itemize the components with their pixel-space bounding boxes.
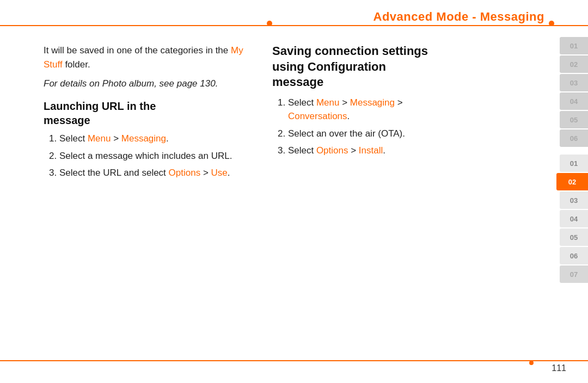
options-highlight: Options	[169, 168, 201, 178]
section2-steps: Select Menu > Messaging > Conversations.…	[272, 96, 512, 158]
messaging-highlight2: Messaging	[350, 97, 395, 108]
sidebar-item-01[interactable]: 01	[560, 155, 588, 172]
sidebar-item-03[interactable]: 03	[560, 192, 588, 209]
sidebar-item-04[interactable]: 04	[560, 210, 588, 227]
menu-highlight2: Menu	[316, 97, 340, 108]
use-highlight: Use	[211, 168, 228, 178]
page-number: 111	[552, 363, 566, 373]
install-highlight: Install	[359, 145, 383, 156]
italic-note: For details on Photo album, see page 130…	[44, 77, 245, 91]
bottom-line-dot	[529, 361, 534, 365]
top-divider-line	[0, 25, 588, 26]
bottom-divider-line	[0, 360, 588, 361]
sidebar-item-02-top[interactable]: 02	[560, 55, 588, 73]
sidebar-item-07[interactable]: 07	[560, 265, 588, 283]
sidebar-item-05-top[interactable]: 05	[560, 111, 588, 128]
sidebar-item-05[interactable]: 05	[560, 228, 588, 246]
list-item: Select Options > Install.	[278, 144, 512, 158]
right-column: Saving connection settingsusing Configur…	[261, 33, 523, 350]
list-item: Select a message which includes an URL.	[49, 149, 245, 163]
sidebar-item-06-top[interactable]: 06	[560, 129, 588, 147]
section1-heading: Launching URL in themessage	[44, 99, 245, 127]
list-item: Select Menu > Messaging.	[49, 132, 245, 146]
options-highlight2: Options	[316, 145, 348, 156]
list-item: Select Menu > Messaging > Conversations.	[278, 96, 512, 123]
sidebar-top-section: 01 02 03 04 05 06	[560, 33, 588, 148]
list-item: Select the URL and select Options > Use.	[49, 166, 245, 180]
section2-heading: Saving connection settingsusing Configur…	[272, 44, 512, 90]
messaging-highlight: Messaging	[121, 133, 166, 144]
conversations-highlight: Conversations	[288, 111, 347, 121]
list-item: Select an over the air (OTA).	[278, 127, 512, 141]
top-line-dot-right	[549, 21, 554, 26]
sidebar-item-06[interactable]: 06	[560, 247, 588, 264]
section1-steps: Select Menu > Messaging. Select a messag…	[44, 132, 245, 180]
top-line-dot-left	[267, 21, 272, 26]
intro-text: It will be saved in one of the categorie…	[44, 44, 245, 72]
chapter-sidebar: 01 02 03 04 05 06 01 02 03 04 05 06 07	[551, 33, 588, 350]
left-column: It will be saved in one of the categorie…	[0, 33, 261, 350]
page-title: Advanced Mode - Messaging	[373, 10, 544, 24]
intro-before: It will be saved in one of the categorie…	[44, 45, 231, 55]
intro-after: folder.	[63, 59, 90, 70]
menu-highlight: Menu	[88, 133, 111, 144]
sidebar-item-04-top[interactable]: 04	[560, 92, 588, 110]
sidebar-item-01-top[interactable]: 01	[560, 37, 588, 54]
main-content: It will be saved in one of the categorie…	[0, 33, 551, 350]
sidebar-item-02[interactable]: 02	[556, 173, 588, 190]
sidebar-item-03-top[interactable]: 03	[560, 74, 588, 91]
